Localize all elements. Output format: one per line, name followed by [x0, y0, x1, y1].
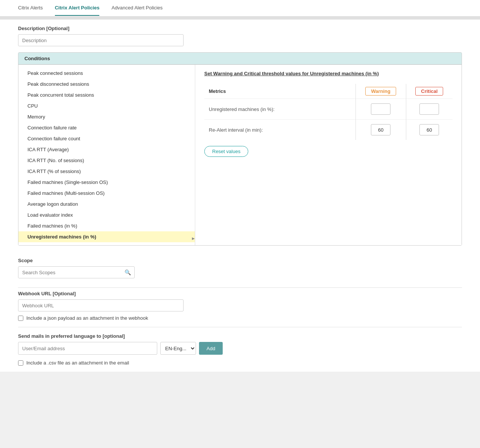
col-header-metrics: Metrics [204, 84, 355, 99]
warning-realert-input[interactable] [371, 124, 390, 135]
critical-realert-input[interactable] [419, 124, 439, 135]
list-item[interactable]: CPU [18, 100, 195, 111]
critical-unregistered-input[interactable] [419, 103, 439, 115]
csv-checkbox-row: Include a .csv file as an attachment in … [18, 360, 462, 366]
metrics-panel: Set Warning and Critical threshold value… [195, 65, 462, 245]
list-item[interactable]: Memory [18, 111, 195, 122]
list-item[interactable]: Connection failure count [18, 133, 195, 144]
description-section: Description [Optional] [18, 20, 462, 52]
webhook-label: Webhook URL [Optional] [18, 291, 462, 296]
conditions-header: Conditions [18, 53, 462, 65]
webhook-section: Webhook URL [Optional] Include a json pa… [18, 287, 462, 327]
list-item-selected[interactable]: Unregistered machines (in %) [18, 231, 195, 242]
critical-badge: Critical [415, 87, 443, 96]
list-item[interactable]: Failed machines (in %) [18, 220, 195, 231]
top-divider [0, 17, 480, 20]
reset-values-button[interactable]: Reset values [204, 146, 248, 157]
nav-advanced-alert-policies[interactable]: Advanced Alert Policies [111, 0, 163, 16]
list-item[interactable]: Peak concurrent total sessions [18, 90, 195, 100]
webhook-json-checkbox[interactable] [18, 316, 23, 321]
list-item[interactable]: Connection failure rate [18, 122, 195, 133]
list-item[interactable]: Peak disconnected sessions [18, 79, 195, 90]
col-header-critical: Critical [406, 84, 453, 99]
list-item[interactable]: Load evaluator index [18, 210, 195, 220]
email-section-label: Send mails in preferred language to [opt… [18, 333, 462, 339]
critical-input-cell [406, 99, 453, 120]
metrics-list: Peak connected sessions Peak disconnecte… [18, 65, 195, 245]
nav-citrix-alert-policies[interactable]: Citrix Alert Policies [55, 0, 100, 16]
main-content: Description [Optional] Conditions Peak c… [0, 20, 480, 372]
email-section: Send mails in preferred language to [opt… [18, 327, 462, 372]
language-select[interactable]: EN-Eng... [160, 342, 196, 355]
conditions-body: Peak connected sessions Peak disconnecte… [18, 65, 462, 245]
list-item[interactable]: Average logon duration [18, 199, 195, 210]
row-label-realert: Re-Alert interval (in min): [204, 120, 355, 140]
row-label-unregistered: Unregistered machines (in %): [204, 99, 355, 120]
list-arrow-icon: ► [191, 235, 195, 242]
email-row: EN-Eng... Add [18, 342, 462, 355]
description-label: Description [Optional] [18, 26, 462, 31]
panel-title-link[interactable]: Unregistered machines (in %) [310, 71, 379, 76]
metrics-table: Metrics Warning Critical [204, 84, 453, 140]
add-email-button[interactable]: Add [199, 342, 223, 355]
list-item[interactable]: Peak connected sessions [18, 68, 195, 79]
scope-label: Scope [18, 258, 462, 263]
conditions-block: Conditions Peak connected sessions Peak … [18, 52, 462, 246]
list-item[interactable]: ICA RTT (% of sessions) [18, 166, 195, 177]
table-row: Unregistered machines (in %): [204, 99, 453, 120]
webhook-checkbox-row: Include a json payload as an attachment … [18, 315, 462, 321]
top-nav: Citrix Alerts Citrix Alert Policies Adva… [0, 0, 480, 17]
nav-citrix-alerts[interactable]: Citrix Alerts [18, 0, 43, 16]
csv-attachment-checkbox[interactable] [18, 360, 23, 366]
list-item[interactable]: Failed machines (Single-session OS) [18, 177, 195, 188]
csv-checkbox-label: Include a .csv file as an attachment in … [26, 360, 129, 366]
description-input[interactable] [18, 34, 184, 46]
warning-realert-cell [355, 120, 406, 140]
critical-realert-cell [406, 120, 453, 140]
webhook-url-input[interactable] [18, 299, 184, 311]
list-item[interactable]: ICA RTT (Average) [18, 144, 195, 155]
warning-input-cell [355, 99, 406, 120]
panel-title: Set Warning and Critical threshold value… [204, 71, 453, 76]
scope-search-wrap: 🔍 [18, 266, 135, 278]
table-row: Re-Alert interval (in min): [204, 120, 453, 140]
scope-search-input[interactable] [18, 266, 135, 278]
panel-title-prefix: Set Warning and Critical threshold value… [204, 71, 310, 76]
list-item[interactable]: ICA RTT (No. of sessions) [18, 155, 195, 166]
email-input[interactable] [18, 342, 157, 355]
warning-unregistered-input[interactable] [371, 103, 390, 115]
warning-badge: Warning [365, 87, 396, 96]
webhook-checkbox-label: Include a json payload as an attachment … [26, 315, 148, 321]
scope-section: Scope 🔍 [18, 252, 462, 281]
col-header-warning: Warning [355, 84, 406, 99]
list-item[interactable]: Failed machines (Multi-session OS) [18, 188, 195, 199]
search-icon: 🔍 [125, 269, 131, 275]
